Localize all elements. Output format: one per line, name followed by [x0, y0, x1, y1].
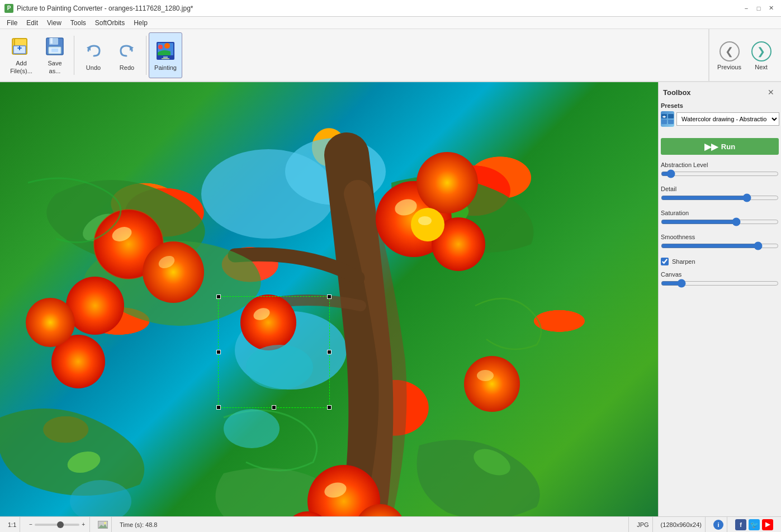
- painting-button[interactable]: Painting: [149, 32, 182, 78]
- menu-bar: File Edit View Tools SoftOrbits Help: [0, 17, 781, 29]
- zoom-slider-section[interactable]: − +: [25, 517, 90, 532]
- previous-label: Previous: [717, 64, 741, 70]
- presets-label: Presets: [661, 102, 779, 109]
- image-icon-section: [94, 517, 112, 532]
- redo-icon: [116, 40, 138, 62]
- svg-point-47: [246, 345, 313, 390]
- zoom-in-icon: +: [82, 521, 85, 528]
- smoothness-label: Smoothness: [661, 234, 779, 240]
- sharpen-label[interactable]: Sharpen: [672, 258, 695, 265]
- abstraction-level-label: Abstraction Level: [661, 162, 779, 168]
- svg-point-37: [418, 216, 432, 225]
- title-bar: P Picture to Painting Converter - orange…: [0, 0, 781, 17]
- presets-section: Presets Watercolor drawing - Abstractio …: [661, 102, 779, 131]
- nav-buttons-area: ❮ Previous ❯ Next: [708, 29, 777, 82]
- main-area: Toolbox ✕ Presets Watercolor: [0, 82, 781, 516]
- menu-edit[interactable]: Edit: [22, 17, 42, 28]
- add-file-button[interactable]: AddFile(s)...: [4, 32, 38, 78]
- status-bar: 1:1 − + Time (s): 48.8 JPG (1280x960x24)…: [0, 516, 781, 532]
- menu-help[interactable]: Help: [129, 17, 152, 28]
- time-label: Time (s): 48.8: [120, 521, 157, 528]
- save-as-button[interactable]: Saveas...: [38, 32, 72, 78]
- toolbox-title: Toolbox: [663, 88, 691, 97]
- canvas-row: Canvas: [661, 271, 779, 289]
- canvas-slider[interactable]: [661, 279, 779, 288]
- maximize-button[interactable]: □: [753, 3, 764, 14]
- run-label: Run: [721, 142, 735, 151]
- svg-rect-53: [668, 120, 674, 124]
- detail-slider[interactable]: [661, 193, 779, 202]
- svg-point-45: [477, 370, 494, 381]
- svg-point-27: [66, 277, 124, 335]
- sharpen-row: Sharpen: [661, 258, 779, 265]
- saturation-row: Saturation: [661, 210, 779, 228]
- saturation-slider[interactable]: [661, 217, 779, 226]
- format-label: JPG: [637, 521, 649, 528]
- social-section: f 🐦 ▶: [732, 517, 777, 532]
- abstraction-level-slider[interactable]: [661, 169, 779, 178]
- zoom-label: 1:1: [8, 521, 16, 528]
- sharpen-checkbox[interactable]: [661, 258, 669, 265]
- smoothness-row: Smoothness: [661, 234, 779, 252]
- dimensions-section: (1280x960x24): [657, 517, 706, 532]
- youtube-icon[interactable]: ▶: [762, 519, 773, 530]
- svg-point-29: [26, 298, 75, 347]
- svg-point-13: [164, 43, 170, 49]
- next-icon: ❯: [751, 41, 771, 61]
- svg-rect-51: [668, 114, 674, 118]
- toolbox-panel: Toolbox ✕ Presets Watercolor: [658, 82, 781, 516]
- svg-point-38: [240, 294, 296, 350]
- redo-button[interactable]: Redo: [110, 32, 144, 78]
- toolbar-separator-2: [146, 36, 146, 75]
- svg-point-12: [158, 45, 163, 49]
- run-icon: ▶▶: [704, 141, 718, 152]
- save-as-label: Saveas...: [48, 60, 61, 74]
- previous-icon: ❮: [720, 41, 740, 61]
- undo-button[interactable]: Undo: [77, 32, 110, 78]
- close-button[interactable]: ✕: [765, 3, 777, 14]
- svg-rect-5: [50, 38, 53, 44]
- toolbar-separator-1: [74, 36, 74, 75]
- toolbox-close-button[interactable]: ✕: [765, 87, 777, 98]
- menu-softorbits[interactable]: SoftOrbits: [91, 17, 129, 28]
- title-text: Picture to Painting Converter - oranges-…: [17, 4, 741, 12]
- menu-tools[interactable]: Tools: [66, 17, 91, 28]
- painting-svg: [0, 82, 658, 516]
- zoom-track[interactable]: [35, 524, 79, 526]
- previous-button[interactable]: ❮ Previous: [714, 33, 745, 79]
- undo-icon: [82, 40, 105, 62]
- twitter-icon[interactable]: 🐦: [749, 519, 760, 530]
- presets-dropdown[interactable]: Watercolor drawing - Abstractio Oil Pain…: [676, 112, 779, 126]
- presets-row: Watercolor drawing - Abstractio Oil Pain…: [661, 111, 779, 127]
- zoom-out-icon: −: [29, 521, 32, 528]
- undo-label: Undo: [86, 64, 101, 71]
- zoom-section: 1:1: [4, 517, 20, 532]
- svg-point-59: [104, 522, 106, 524]
- svg-rect-14: [163, 56, 168, 58]
- add-file-icon: [10, 35, 32, 58]
- svg-rect-15: [162, 58, 169, 59]
- svg-point-44: [464, 356, 520, 412]
- painting-label: Painting: [154, 64, 177, 71]
- toolbox-header: Toolbox ✕: [661, 84, 779, 102]
- menu-file[interactable]: File: [2, 17, 22, 28]
- image-preview-icon: [98, 521, 108, 529]
- time-section: Time (s): 48.8: [116, 517, 629, 532]
- info-section[interactable]: i: [710, 517, 727, 532]
- canvas-label: Canvas: [661, 271, 779, 278]
- save-icon: [44, 35, 66, 58]
- menu-view[interactable]: View: [42, 17, 66, 28]
- presets-icon: [661, 111, 674, 127]
- svg-point-26: [143, 241, 204, 303]
- app-icon: P: [4, 4, 13, 13]
- zoom-thumb[interactable]: [57, 521, 64, 528]
- next-button[interactable]: ❯ Next: [746, 33, 777, 79]
- run-button[interactable]: ▶▶ Run: [661, 138, 779, 155]
- facebook-icon[interactable]: f: [735, 519, 746, 530]
- canvas-area[interactable]: [0, 82, 658, 516]
- toolbar: AddFile(s)... Saveas... Undo: [0, 29, 781, 82]
- minimize-button[interactable]: −: [741, 3, 752, 14]
- smoothness-slider[interactable]: [661, 241, 779, 250]
- next-label: Next: [755, 64, 768, 70]
- info-icon[interactable]: i: [713, 520, 723, 530]
